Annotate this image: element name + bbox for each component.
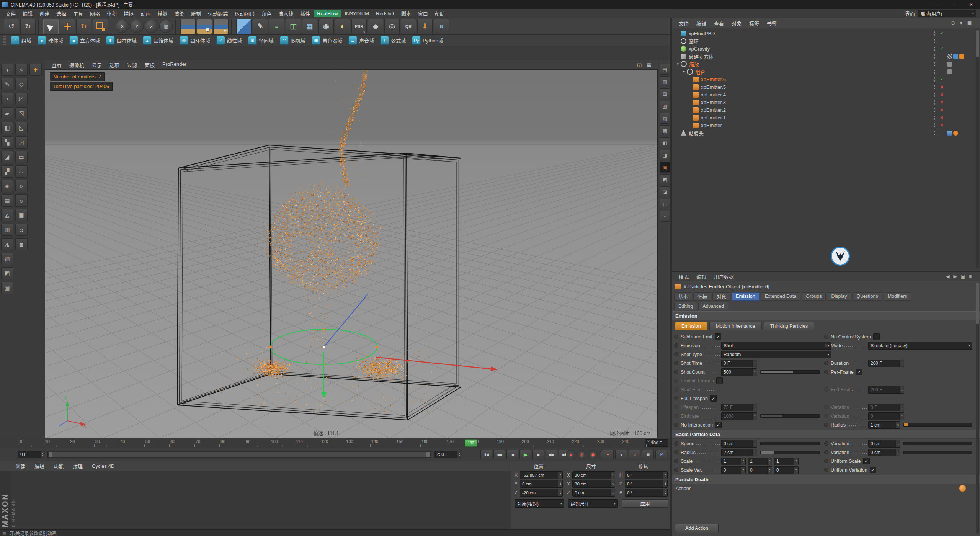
menu-item[interactable]: Redshift: [372, 10, 398, 17]
add-primitive-button[interactable]: [236, 19, 252, 34]
palette-grip[interactable]: [3, 36, 6, 45]
palette-tool-button[interactable]: ◈: [1, 180, 13, 192]
uniform-scale-checkbox[interactable]: [863, 458, 870, 464]
speed-slider[interactable]: [760, 442, 820, 445]
linear-field-button[interactable]: ∕线性域: [213, 36, 245, 46]
menu-item[interactable]: 雕刻: [188, 9, 204, 18]
orangedot-tag[interactable]: [953, 131, 958, 136]
keyframe-dot[interactable]: [824, 370, 828, 374]
palette-tool-button[interactable]: ◭: [1, 209, 13, 221]
attribute-tab[interactable]: 基本: [674, 292, 692, 301]
palette-tool-button[interactable]: ▧: [1, 253, 13, 265]
palette-tool-button[interactable]: ◑: [1, 64, 13, 76]
prev-key-button[interactable]: ◀◆: [493, 450, 505, 459]
position-field-row[interactable]: Z-20 cm▴▾: [514, 488, 563, 497]
keyframe-dot[interactable]: [824, 450, 828, 454]
no-intersection-checkbox[interactable]: [715, 422, 722, 428]
stepper[interactable]: ▴▾: [40, 451, 45, 458]
palette-tool-button[interactable]: ▣: [15, 209, 28, 221]
psr-reset-button[interactable]: PSR0: [351, 19, 367, 34]
radius-field[interactable]: 2 cm▴▾: [721, 449, 757, 456]
attribute-menu-item[interactable]: 编辑: [693, 273, 710, 280]
rotation-field-row[interactable]: B0 °▴▾: [619, 488, 668, 497]
rotate-tool[interactable]: ↻: [76, 19, 91, 34]
record-keyframe-button[interactable]: ●: [566, 450, 575, 459]
position-field-row[interactable]: Y0 cm▴▾: [514, 479, 563, 488]
visibility-dots[interactable]: [931, 115, 938, 120]
stepper[interactable]: ▴▾: [895, 440, 900, 447]
viewport-menu-item[interactable]: 查看: [48, 61, 65, 69]
simulation-button[interactable]: ◎: [384, 19, 400, 34]
emission-subtab[interactable]: Emission: [675, 322, 707, 330]
prev-frame-button[interactable]: ◀: [506, 450, 518, 459]
keyframe-dot[interactable]: [824, 459, 828, 463]
spherical-field-button[interactable]: ●球体域: [34, 36, 66, 46]
object-manager-menu-item[interactable]: 书签: [763, 20, 781, 27]
object-row[interactable]: ▾缩放: [672, 60, 980, 68]
attribute-tab[interactable]: Extended Data: [761, 292, 801, 301]
range-start-field[interactable]: 0 F▴▾: [18, 451, 45, 458]
uniform-variation-checkbox[interactable]: [870, 467, 876, 473]
coordinate-field[interactable]: 0 cm▴▾: [572, 489, 615, 497]
camera-button[interactable]: ◉: [318, 19, 334, 34]
attribute-tab[interactable]: Groups: [802, 292, 826, 301]
viewport-palette-button[interactable]: ◨: [660, 150, 670, 160]
playhead[interactable]: 180: [465, 439, 477, 447]
bodypaint-button[interactable]: B: [434, 19, 449, 34]
keying-dot-button[interactable]: ●: [615, 450, 627, 459]
undo-button[interactable]: ↺: [4, 19, 19, 34]
visibility-dots[interactable]: [931, 84, 938, 90]
coordinate-system-button[interactable]: ◍: [159, 20, 173, 33]
visibility-dots[interactable]: [931, 77, 938, 82]
material-menu-item[interactable]: 功能: [49, 462, 68, 470]
per-frame-checkbox[interactable]: [856, 369, 862, 375]
coordinate-field[interactable]: -52.857 cm▴▾: [520, 471, 563, 479]
object-name[interactable]: 圆环: [689, 38, 699, 45]
palette-tool-button[interactable]: ▚: [1, 136, 13, 149]
menu-item[interactable]: 动画: [137, 9, 154, 18]
enable-state-toggle[interactable]: ×: [938, 84, 946, 90]
search-icon[interactable]: ⊙: [951, 20, 955, 26]
autokey-toggle[interactable]: ○: [629, 450, 640, 459]
viewport-palette-button[interactable]: ▨: [660, 113, 670, 124]
speed-variation-slider[interactable]: [903, 442, 972, 445]
object-row[interactable]: xpEmitter.6✓: [672, 75, 980, 83]
layout-select[interactable]: 启动(用户)▾: [918, 10, 976, 17]
formula-field-button[interactable]: ƒ公式域: [377, 36, 409, 46]
stepper[interactable]: ▴▾: [752, 360, 757, 367]
object-name[interactable]: xpEmitter.2: [701, 107, 726, 113]
object-manager-menu-item[interactable]: 对象: [728, 20, 745, 27]
menu-item[interactable]: 脚本: [398, 9, 415, 18]
filter-icon[interactable]: ▼: [959, 20, 964, 26]
menu-item[interactable]: 插件: [297, 9, 314, 18]
record-position-button[interactable]: ◎: [577, 450, 586, 459]
attribute-menu-item[interactable]: 用户数据: [710, 273, 738, 280]
enable-state-toggle[interactable]: ✓: [938, 77, 946, 82]
enable-state-toggle[interactable]: ×: [938, 122, 946, 128]
object-manager-menu-item[interactable]: 文件: [675, 20, 693, 27]
palette-tool-button[interactable]: ◿: [15, 136, 28, 149]
attribute-manager-scrollbar[interactable]: [976, 282, 979, 534]
expander-icon[interactable]: ▾: [675, 62, 681, 66]
goto-start-button[interactable]: ▮◀: [480, 450, 492, 459]
render-settings-button[interactable]: [197, 19, 212, 34]
panel-menu-icon[interactable]: ≡: [969, 274, 972, 279]
attribute-tab[interactable]: Emission: [732, 292, 760, 301]
close-button[interactable]: ×: [962, 0, 980, 9]
palette-tool-button[interactable]: ▱: [15, 165, 28, 178]
stepper[interactable]: ▴▾: [899, 360, 904, 367]
history-back-icon[interactable]: ◀: [946, 274, 949, 279]
object-manager-menu-item[interactable]: 编辑: [693, 20, 710, 27]
keyframe-dot[interactable]: [674, 352, 678, 356]
object-row[interactable]: ▾组合: [672, 68, 980, 75]
keyframe-dot[interactable]: [824, 343, 828, 348]
radial-field-button[interactable]: ◉径向域: [245, 36, 277, 46]
stepper[interactable]: ▴▾: [457, 451, 462, 458]
keyframe-dot[interactable]: [674, 361, 678, 365]
keying-selection-button[interactable]: ▣: [642, 450, 654, 459]
cone-field-button[interactable]: ▲圆锥体域: [140, 36, 176, 46]
scale-x-field[interactable]: 1▴▾: [721, 458, 746, 465]
menu-item[interactable]: RealFlow: [314, 10, 341, 17]
palette-tool-button[interactable]: ◩: [1, 267, 13, 279]
rotation-field-row[interactable]: P0 °▴▾: [619, 479, 668, 488]
